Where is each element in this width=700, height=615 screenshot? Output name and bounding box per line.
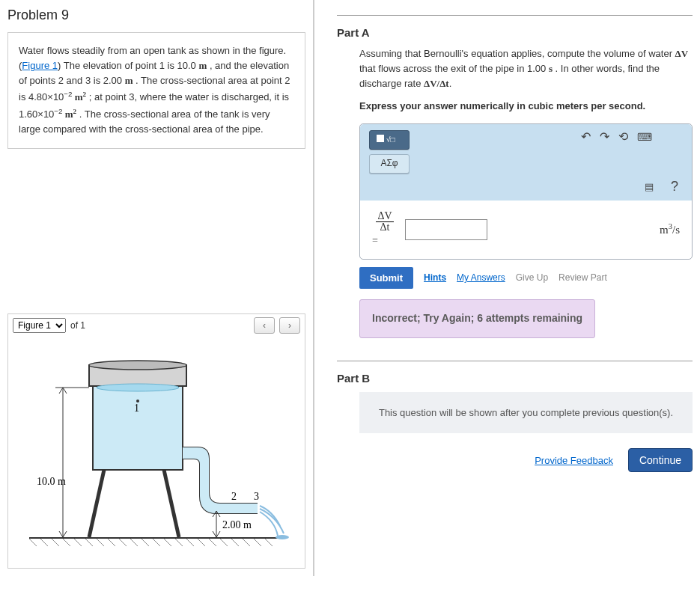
part-a-prompt: Assuming that Bernoulli's equation appli… bbox=[359, 46, 693, 91]
svg-line-7 bbox=[97, 539, 104, 546]
figure-link[interactable]: Figure 1 bbox=[22, 60, 58, 71]
svg-text:2.00 m: 2.00 m bbox=[222, 519, 252, 530]
svg-line-20 bbox=[243, 539, 250, 546]
figure-select[interactable]: Figure 1 bbox=[13, 318, 66, 333]
part-a-title: Part A bbox=[337, 26, 693, 39]
undo-icon[interactable]: ↶ bbox=[581, 130, 591, 145]
svg-line-2 bbox=[40, 539, 48, 546]
svg-line-21 bbox=[254, 539, 261, 546]
give-up-link[interactable]: Give Up bbox=[516, 271, 548, 285]
svg-line-3 bbox=[52, 539, 59, 546]
svg-text:1: 1 bbox=[134, 403, 139, 414]
svg-line-5 bbox=[74, 539, 82, 546]
svg-line-17 bbox=[209, 539, 216, 546]
keyboard-icon[interactable]: ⌨ bbox=[637, 130, 652, 145]
svg-line-6 bbox=[85, 539, 93, 546]
svg-line-12 bbox=[153, 539, 160, 546]
svg-line-13 bbox=[164, 539, 171, 546]
figure-count: of 1 bbox=[70, 320, 85, 331]
svg-line-15 bbox=[186, 539, 194, 546]
provide-feedback-link[interactable]: Provide Feedback bbox=[535, 455, 613, 466]
svg-point-33 bbox=[276, 535, 289, 539]
svg-rect-0 bbox=[29, 537, 284, 539]
svg-line-16 bbox=[198, 539, 205, 546]
equation-editor: √□ ΑΣφ ↶ ↷ ⟲ ⌨ ▤ ? bbox=[359, 123, 693, 260]
svg-text:√□: √□ bbox=[386, 135, 395, 144]
svg-line-10 bbox=[130, 539, 138, 546]
problem-title: Problem 9 bbox=[7, 7, 305, 23]
svg-text:2: 2 bbox=[231, 491, 237, 502]
svg-line-14 bbox=[175, 539, 183, 546]
svg-line-24 bbox=[164, 470, 179, 537]
problem-statement: Water flows steadily from an open tank a… bbox=[7, 32, 305, 149]
part-b-locked-message: This question will be shown after you co… bbox=[359, 392, 693, 434]
svg-line-11 bbox=[141, 539, 149, 546]
figure-next-button[interactable]: › bbox=[279, 317, 300, 334]
svg-line-22 bbox=[265, 539, 273, 546]
answer-lhs: ΔV Δt = bbox=[372, 211, 398, 249]
part-b-title: Part B bbox=[337, 372, 693, 385]
answer-units: m3/s bbox=[660, 221, 680, 239]
hints-link[interactable]: Hints bbox=[424, 271, 446, 285]
answer-instruction: Express your answer numerically in cubic… bbox=[359, 99, 693, 114]
greek-button[interactable]: ΑΣφ bbox=[369, 154, 410, 174]
figure-image: 1 2 3 bbox=[8, 337, 305, 568]
svg-line-23 bbox=[89, 470, 104, 537]
ruler-icon[interactable]: ▤ bbox=[641, 180, 657, 195]
svg-line-8 bbox=[108, 539, 115, 546]
review-part-link[interactable]: Review Part bbox=[559, 271, 607, 285]
svg-text:10.0 m: 10.0 m bbox=[37, 476, 66, 487]
answer-input[interactable] bbox=[405, 219, 487, 240]
svg-rect-39 bbox=[377, 135, 384, 142]
reset-icon[interactable]: ⟲ bbox=[618, 130, 628, 145]
svg-line-18 bbox=[220, 539, 228, 546]
redo-icon[interactable]: ↷ bbox=[600, 130, 609, 145]
svg-point-28 bbox=[97, 384, 179, 391]
help-icon[interactable]: ? bbox=[666, 180, 683, 195]
svg-point-27 bbox=[89, 361, 186, 370]
figure-panel: Figure 1 of 1 ‹ › bbox=[7, 313, 305, 569]
feedback-message: Incorrect; Try Again; 6 attempts remaini… bbox=[359, 299, 595, 338]
continue-button[interactable]: Continue bbox=[628, 448, 693, 472]
my-answers-link[interactable]: My Answers bbox=[457, 271, 505, 285]
svg-text:3: 3 bbox=[254, 491, 259, 502]
svg-line-4 bbox=[63, 539, 70, 546]
svg-line-9 bbox=[119, 539, 127, 546]
svg-line-19 bbox=[231, 539, 239, 546]
svg-rect-25 bbox=[93, 384, 183, 470]
svg-line-1 bbox=[29, 539, 37, 546]
submit-button[interactable]: Submit bbox=[359, 267, 413, 289]
template-button[interactable]: √□ bbox=[369, 130, 410, 150]
figure-prev-button[interactable]: ‹ bbox=[254, 317, 275, 334]
